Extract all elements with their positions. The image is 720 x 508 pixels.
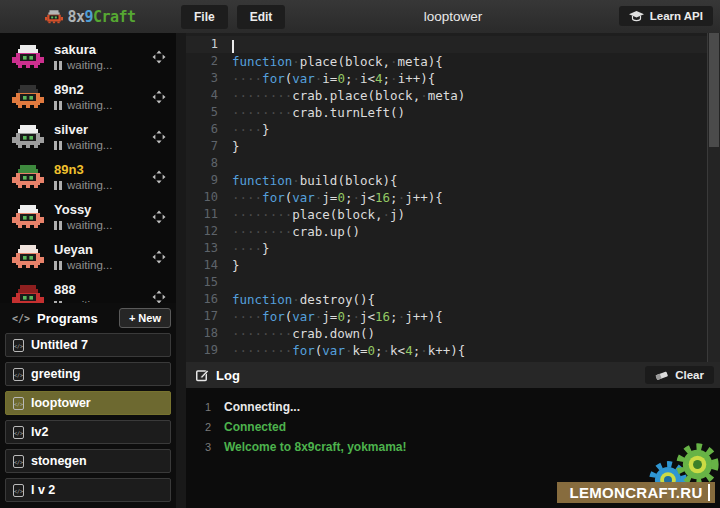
code-line: 3 ····for(var·i=0;·i<4;·i++){ (186, 70, 720, 87)
crab-player-icon (12, 205, 44, 229)
line-number: 13 (186, 240, 232, 257)
program-list: </> Untitled 7 </> greeting </> (0, 333, 176, 502)
program-label: looptower (31, 396, 91, 410)
log-message: Connecting... (224, 400, 300, 414)
script-file-icon: </> (13, 339, 24, 352)
log-line-number: 1 (186, 401, 224, 413)
pause-icon (59, 141, 62, 150)
watermark-banner: LEMONCRAFT.RU (557, 482, 715, 503)
code-line: 18 ········crab.down() (186, 325, 720, 342)
program-item[interactable]: </> l v 2 (5, 478, 171, 502)
move-crosshair-icon[interactable] (152, 210, 166, 224)
learn-api-label: Learn API (650, 10, 703, 22)
line-number: 1 (186, 36, 232, 53)
crab-player-icon (12, 85, 44, 109)
editor-scrollbar-thumb[interactable] (709, 33, 719, 147)
main-content: 1 2 function·place(block,·meta){ 3 ····f… (186, 33, 720, 508)
player-status-text: waiting... (67, 179, 112, 191)
move-crosshair-icon[interactable] (152, 90, 166, 104)
svg-text:</>: </> (14, 458, 23, 464)
script-file-icon: </> (13, 426, 24, 439)
code-text: ········crab.down() (232, 325, 375, 342)
player-row[interactable]: 89n2 waiting... (0, 77, 176, 117)
svg-text:</>: </> (14, 429, 23, 435)
move-crosshair-icon[interactable] (152, 250, 166, 264)
code-line: 4 ········crab.place(block,·meta) (186, 87, 720, 104)
code-line: 12 ········crab.up() (186, 223, 720, 240)
line-number: 20 (186, 359, 232, 362)
line-number: 3 (186, 70, 232, 87)
pause-icon (54, 221, 57, 230)
player-row[interactable]: Ueyan waiting... (0, 237, 176, 277)
program-label: stonegen (31, 454, 87, 468)
code-text: ········for(var·k=0;·k<4;·k++){ (232, 342, 465, 359)
move-crosshair-icon[interactable] (152, 50, 166, 64)
code-line: 13 ····} (186, 240, 720, 257)
learn-api-button[interactable]: Learn API (619, 6, 713, 26)
edit-menu-button[interactable]: Edit (237, 5, 286, 29)
player-row[interactable]: sakura waiting... (0, 37, 176, 77)
program-item[interactable]: </> lv2 (5, 420, 171, 444)
code-line: 7 } (186, 138, 720, 155)
svg-text:</>: </> (14, 371, 23, 377)
log-entry: 1 Connecting... (186, 397, 720, 417)
text-cursor (232, 40, 234, 53)
log-entry: 2 Connected (186, 417, 720, 437)
program-item[interactable]: </> looptower (5, 391, 171, 415)
move-crosshair-icon[interactable] (152, 170, 166, 184)
code-text: ········crab.turnLeft() (232, 104, 405, 121)
line-number: 6 (186, 121, 232, 138)
editor-scrollbar[interactable] (707, 33, 720, 362)
code-line: 14 } (186, 257, 720, 274)
log-entry: 3 Welcome to 8x9craft, yokmama! (186, 437, 720, 457)
player-name: sakura (54, 43, 152, 57)
player-status-text: waiting... (67, 219, 112, 231)
code-line: 15 (186, 274, 720, 291)
gear-green-icon (674, 441, 720, 488)
player-name: Ueyan (54, 243, 152, 257)
crab-player-icon (12, 165, 44, 189)
crab-player-icon (12, 45, 44, 69)
line-number: 10 (186, 189, 232, 206)
crab-player-icon (12, 125, 44, 149)
player-name: 89n2 (54, 83, 152, 97)
move-crosshair-icon[interactable] (152, 130, 166, 144)
code-line: 6 ····} (186, 121, 720, 138)
player-status: waiting... (54, 59, 152, 71)
program-item[interactable]: </> greeting (5, 362, 171, 386)
clear-log-button[interactable]: Clear (645, 366, 714, 384)
player-status: waiting... (54, 219, 152, 231)
player-row[interactable]: silver waiting... (0, 117, 176, 157)
code-text: ····for(var·i=0;·i<4;·i++){ (232, 70, 435, 87)
player-status-text: waiting... (67, 259, 112, 271)
pause-icon (54, 181, 57, 190)
line-number: 8 (186, 155, 232, 172)
player-row[interactable]: Yossy waiting... (0, 197, 176, 237)
code-line: 9 function·build(block){ (186, 172, 720, 189)
line-number: 17 (186, 308, 232, 325)
script-file-icon: </> (13, 397, 24, 410)
code-editor[interactable]: 1 2 function·place(block,·meta){ 3 ····f… (186, 33, 720, 362)
document-title: looptower (424, 9, 483, 24)
move-crosshair-icon[interactable] (152, 290, 166, 303)
log-title: Log (216, 368, 645, 383)
program-item[interactable]: </> stonegen (5, 449, 171, 473)
code-text (232, 36, 234, 53)
new-program-button[interactable]: + New (119, 308, 171, 328)
player-row[interactable]: 888 waiting... (0, 277, 176, 303)
line-number: 18 (186, 325, 232, 342)
log-message: Welcome to 8x9craft, yokmama! (224, 440, 407, 454)
line-number: 4 (186, 87, 232, 104)
script-file-icon: </> (13, 368, 24, 381)
pause-icon (59, 261, 62, 270)
sidebar: sakura waiting... (0, 33, 176, 508)
code-text: ····} (232, 121, 270, 138)
player-name: 89n3 (54, 163, 152, 177)
player-row[interactable]: 89n3 waiting... (0, 157, 176, 197)
script-file-icon: </> (13, 455, 24, 468)
file-menu-button[interactable]: File (181, 5, 228, 29)
program-item[interactable]: </> Untitled 7 (5, 333, 171, 357)
code-text: function·destroy(){ (232, 291, 375, 308)
pause-icon (59, 181, 62, 190)
code-line: 1 (186, 36, 720, 53)
